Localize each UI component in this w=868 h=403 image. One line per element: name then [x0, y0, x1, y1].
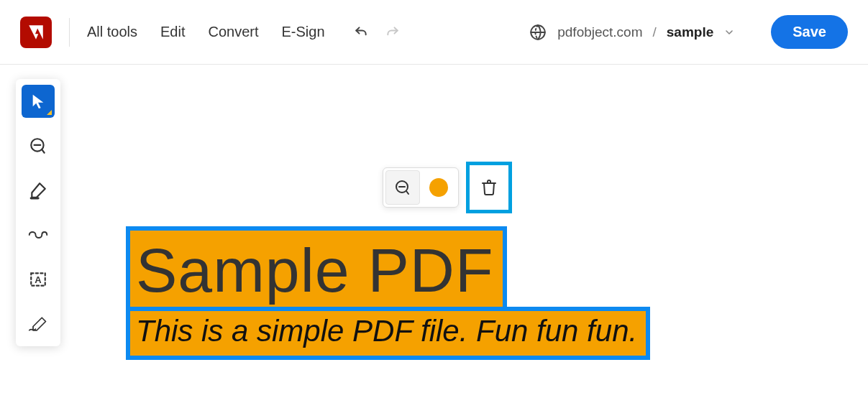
delete-button-highlighted: [466, 162, 512, 213]
menu-edit[interactable]: Edit: [160, 24, 185, 40]
save-button[interactable]: Save: [771, 15, 848, 49]
tool-highlight[interactable]: [22, 174, 55, 207]
undo-button[interactable]: [351, 22, 371, 42]
add-comment-button[interactable]: [385, 170, 420, 205]
tool-sidebar: A: [16, 79, 60, 346]
breadcrumb: pdfobject.com / sample: [529, 23, 735, 42]
tool-select[interactable]: [22, 85, 55, 118]
selection-context-toolbar: [383, 162, 512, 213]
chevron-down-icon[interactable]: [723, 27, 735, 38]
highlight-selection[interactable]: Sample PDF This is a simple PDF file. Fu…: [126, 226, 650, 360]
delete-button[interactable]: [473, 172, 505, 203]
main-menu: All tools Edit Convert E-Sign: [87, 24, 325, 40]
app-header: All tools Edit Convert E-Sign pdfobject.…: [0, 0, 868, 65]
context-group: [383, 167, 459, 208]
divider: [69, 18, 70, 47]
redo-button[interactable]: [383, 22, 403, 42]
breadcrumb-filename[interactable]: sample: [667, 24, 713, 40]
globe-icon: [529, 23, 547, 42]
menu-all-tools[interactable]: All tools: [87, 24, 137, 40]
tool-draw-freeform[interactable]: [22, 218, 55, 251]
tool-add-text-box[interactable]: A: [22, 263, 55, 296]
breadcrumb-sep: /: [653, 24, 657, 40]
highlight-line-2[interactable]: This is a simple PDF file. Fun fun fun.: [129, 310, 647, 357]
menu-esign[interactable]: E-Sign: [282, 24, 325, 40]
tool-comment[interactable]: [22, 129, 55, 162]
svg-text:A: A: [35, 274, 42, 285]
highlight-color-button[interactable]: [421, 170, 456, 205]
adobe-logo-icon: [20, 17, 52, 48]
highlight-line-1[interactable]: Sample PDF: [129, 229, 504, 312]
history-controls: [351, 22, 403, 42]
breadcrumb-host: pdfobject.com: [557, 24, 642, 40]
document-canvas[interactable]: Sample PDF This is a simple PDF file. Fu…: [86, 79, 854, 403]
tool-sign[interactable]: [22, 307, 55, 341]
color-swatch-icon: [429, 178, 448, 197]
menu-convert[interactable]: Convert: [209, 24, 259, 40]
